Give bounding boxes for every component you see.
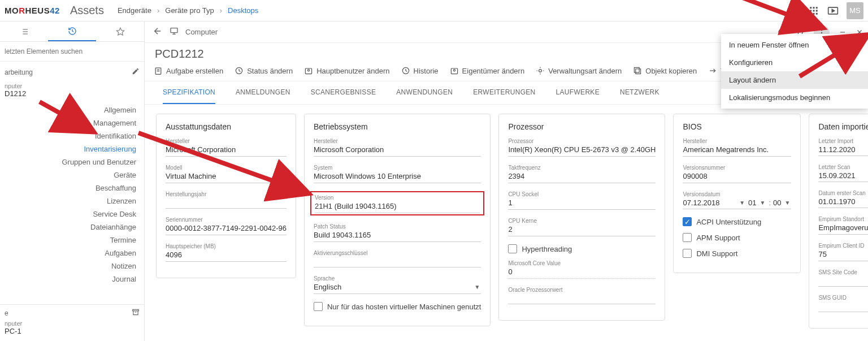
brand-logo: MORHEUS42 (5, 6, 60, 15)
sidebar-item-lizenzen[interactable]: Lizenzen (0, 195, 144, 208)
action-aufgabe-erstellen[interactable]: Aufgabe erstellen (154, 66, 223, 75)
sidebar-search-input[interactable] (5, 45, 140, 58)
breadcrumb-item[interactable]: Desktops (228, 6, 258, 15)
field-sms-site-code[interactable]: SMS Site Code (818, 269, 868, 287)
chevron-down-icon: ▼ (738, 200, 746, 206)
sidebar-item-aufgaben[interactable]: Aufgaben (0, 247, 144, 260)
field-empirum-standort[interactable]: Empirum StandortEmpImagoverum (818, 216, 868, 235)
field-patch-status[interactable]: Patch StatusBuild 19043.1165 (314, 223, 481, 242)
svg-point-15 (821, 32, 823, 34)
sidebar-item-termine[interactable]: Termine (0, 234, 144, 247)
action-historie[interactable]: Historie (401, 66, 439, 75)
field-taktfrequenz[interactable]: Taktfrequenz2394 (508, 165, 656, 183)
action-status-aendern[interactable]: Status ändern (235, 66, 293, 75)
sidebar-item-allgemein[interactable]: Allgemein (0, 103, 144, 116)
field-sprache[interactable]: SpracheEnglisch▼ (314, 275, 481, 294)
field-seriennummer[interactable]: Seriennummer0000-0012-3877-7149-2291-004… (166, 217, 287, 235)
action-objekt-kopieren[interactable]: Objekt kopieren (633, 66, 697, 75)
field-hauptspeicher-(mb)[interactable]: Hauptspeicher (MB)4096 (166, 243, 287, 262)
sidebar-item-gruppen-und-benutzer[interactable]: Gruppen und Benutzer (0, 156, 144, 169)
field-version[interactable]: Version21H1 (Build 19043.1165) (310, 191, 484, 215)
svg-rect-7 (816, 10, 818, 11)
tab-erweiterungen[interactable]: ERWEITERUNGEN (473, 81, 535, 104)
svg-rect-5 (810, 10, 811, 11)
breadcrumb-item[interactable]: Geräte pro Typ (165, 6, 214, 15)
card-bios: BIOS HerstellerAmerican Megatrends Inc.V… (673, 114, 801, 273)
field-hersteller[interactable]: HerstellerAmerican Megatrends Inc. (683, 138, 791, 157)
tab-scanergebnisse[interactable]: SCANERGEBNISSE (311, 81, 376, 104)
field-aktivierungsschlüssel[interactable]: Aktivierungsschlüssel (314, 250, 481, 267)
section-title: Assets (70, 4, 104, 17)
menu-item-layout-ändern[interactable]: Layout ändern (721, 71, 868, 89)
avatar[interactable]: MS (847, 2, 863, 19)
field-letzter-scan[interactable]: Letzter Scan15.09.2021▼17▼:28▼ (818, 164, 868, 182)
computer-icon (170, 27, 179, 37)
card-title: Ausstattungsdaten (166, 122, 287, 131)
sidebar-foot-item[interactable]: nputer PC-1 (5, 318, 140, 338)
sidebar-item-journal[interactable]: Journal (0, 273, 144, 286)
sidebar-current-item[interactable]: nputer D1212 (0, 80, 144, 100)
history-icon[interactable] (48, 21, 96, 41)
field-oracle-prozessorwert[interactable]: Oracle Prozessorwert (508, 287, 656, 304)
tab-anmeldungen[interactable]: ANMELDUNGEN (236, 81, 290, 104)
field-hersteller[interactable]: HerstellerMicrosoft Corporation (314, 138, 481, 157)
checkbox-host-only[interactable]: Nur für das hosten virtueller Maschinen … (314, 302, 481, 311)
sidebar-item-inventarisierung[interactable]: Inventarisierung (0, 143, 144, 156)
sidebar-item-geräte[interactable]: Geräte (0, 169, 144, 182)
field-modell[interactable]: ModellVirtual Machine (166, 165, 287, 183)
sidebar-item-service-desk[interactable]: Service Desk (0, 208, 144, 221)
sidebar-item-identifikation[interactable]: Identifikation (0, 130, 144, 143)
tab-spezifikation[interactable]: SPEZIFIKATION (163, 81, 215, 104)
star-icon[interactable] (96, 21, 144, 41)
field-versionsnummer[interactable]: Versionsnummer090008 (683, 165, 791, 183)
field-hersteller[interactable]: HerstellerMicrosoft Corporation (166, 138, 287, 157)
sidebar-item-beschaffung[interactable]: Beschaffung (0, 182, 144, 195)
field-system[interactable]: SystemMicrosoft Windows 10 Enterprise (314, 165, 481, 183)
svg-rect-6 (813, 10, 815, 11)
menu-item-konfigurieren[interactable]: Konfigurieren (721, 54, 868, 71)
field-versionsdatum[interactable]: Versionsdatum 07.12.2018▼ 01▼: 00▼ (683, 191, 791, 209)
field-datum-erster-scan[interactable]: Datum erster Scan01.01.1970▼01▼:00▼ (818, 190, 868, 208)
card-title: Daten importieren (818, 122, 868, 131)
cards-row: Ausstattungsdaten HerstellerMicrosoft Co… (145, 105, 868, 338)
svg-rect-44 (636, 69, 641, 74)
svg-rect-30 (171, 28, 177, 33)
action-verwaltungsart-aendern[interactable]: Verwaltungsart ändern (536, 66, 622, 75)
action-eigentuemer-aendern[interactable]: Eigentümer ändern (450, 66, 525, 75)
svg-marker-26 (116, 28, 124, 35)
tab-laufwerke[interactable]: LAUFWERKE (556, 81, 600, 104)
list-icon[interactable] (0, 21, 48, 41)
tab-netzwerk[interactable]: NETZWERK (620, 81, 659, 104)
search-icon[interactable] (789, 5, 800, 16)
checkbox-dmi-support[interactable]: DMI Support (683, 249, 791, 258)
checkbox-apm-support[interactable]: APM Support (683, 233, 791, 242)
card-title: Betriebssystem (314, 122, 481, 131)
tab-anwendungen[interactable]: ANWENDUNGEN (396, 81, 453, 104)
edit-icon[interactable] (132, 67, 140, 77)
apps-icon[interactable] (808, 5, 819, 16)
checkbox-acpi-unterstützung[interactable]: ✓ACPI Unterstützung (683, 217, 791, 226)
field-empirum-client-id[interactable]: Empirum Client ID75 (818, 243, 868, 261)
field-cpu-sockel[interactable]: CPU Sockel1 (508, 191, 656, 210)
field-sms-guid[interactable]: SMS GUID (818, 295, 868, 312)
menu-item-in-neuem-fenster-öffnen[interactable]: In neuem Fenster öffnen (721, 36, 868, 54)
field-letzter-import[interactable]: Letzter Import11.12.2020▼12▼:30▼ (818, 138, 868, 156)
card-title: Prozessor (508, 122, 656, 131)
checkbox-hyperthreading[interactable]: Hyperthreading (508, 244, 656, 253)
menu-item-lokalisierungsmodus-beginnen[interactable]: Lokalisierungsmodus beginnen (721, 89, 868, 106)
action-hauptbenutzer-aendern[interactable]: Hauptbenutzer ändern (304, 66, 389, 75)
field-microsoft-core-value[interactable]: Microsoft Core Value0 (508, 260, 656, 279)
field-herstellungsjahr[interactable]: Herstellungsjahr (166, 191, 287, 209)
svg-marker-12 (832, 9, 834, 12)
archive-icon[interactable] (132, 308, 140, 318)
present-icon[interactable] (827, 5, 839, 16)
sidebar-item-management[interactable]: Management (0, 116, 144, 130)
sidebar-item-dateianhänge[interactable]: Dateianhänge (0, 221, 144, 234)
field-cpu-kerne[interactable]: CPU Kerne2 (508, 218, 656, 236)
field-prozessor[interactable]: ProzessorIntel(R) Xeon(R) CPU E5-2673 v3… (508, 138, 656, 157)
back-icon[interactable] (153, 26, 163, 38)
chevron-down-icon[interactable]: ▼ (473, 284, 481, 290)
sidebar-item-notizen[interactable]: Notizen (0, 260, 144, 273)
context-menu: In neuem Fenster öffnenKonfigurierenLayo… (721, 34, 868, 109)
breadcrumb-item[interactable]: Endgeräte (118, 6, 151, 15)
